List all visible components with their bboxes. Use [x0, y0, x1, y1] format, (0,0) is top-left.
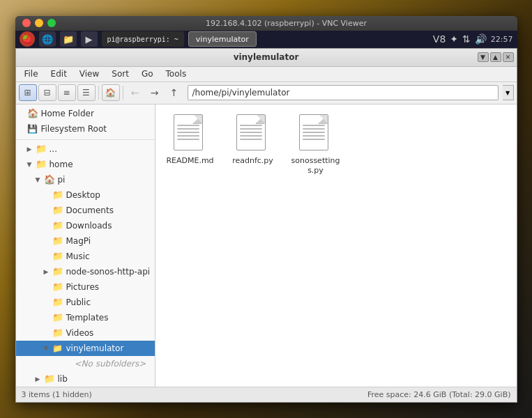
sidebar-tree-downloads[interactable]: 📁 Downloads [16, 218, 155, 233]
view-detail-button[interactable]: ☰ [77, 84, 96, 101]
sidebar-vinylemulator-label: vinylemulator [66, 343, 124, 353]
line3 [303, 132, 325, 133]
file-name-readnfc: readnfc.py [232, 156, 273, 166]
menu-file[interactable]: File [19, 68, 44, 80]
sidebar-magpi-label: MagPi [66, 236, 91, 246]
sidebar-tree-dots[interactable]: ▶ 📁 ... [16, 141, 155, 157]
address-bar[interactable]: /home/pi/vinylemulator [188, 85, 499, 100]
sidebar-tree-vinylemulator[interactable]: ▼ 📁 vinylemulator [16, 341, 155, 356]
sidebar-tree-music[interactable]: 📁 Music [16, 249, 155, 264]
file-name-sonossettings: sonossettings.py [291, 156, 341, 176]
folder-icon-node-sonos: 📁 [52, 266, 63, 277]
fm-maximize-button[interactable]: ▲ [490, 52, 501, 62]
folder-icon-dots: 📁 [36, 144, 47, 155]
app-label: vinylemulator [196, 35, 249, 44]
sidebar-item-home-folder[interactable]: 🏠 Home Folder [16, 106, 155, 121]
sidebar-bookmarks: 🏠 Home Folder 💾 Filesystem Root [16, 104, 155, 138]
back-button[interactable]: ← [126, 84, 144, 101]
sidebar-tree-node-sonos[interactable]: ▶ 📁 node-sonos-http-api [16, 264, 155, 279]
sidebar-fs-label: Filesystem Root [41, 124, 107, 134]
sidebar-tree-pi[interactable]: ▼ 🏠 pi [16, 172, 155, 187]
folder-icon-documents: 📁 [52, 205, 63, 216]
app-window-button[interactable]: vinylemulator [188, 31, 257, 47]
tree-arrow-pi: ▼ [36, 176, 43, 183]
statusbar-freespace: Free space: 24.6 GiB (Total: 29.0 GiB) [367, 390, 511, 399]
sidebar-videos-label: Videos [66, 328, 94, 338]
terminal-window-button[interactable]: pi@raspberrypi: ~ [102, 31, 184, 47]
sidebar-documents-label: Documents [66, 206, 114, 215]
tree-arrow-dots: ▶ [27, 146, 34, 153]
forward-button[interactable]: → [146, 84, 164, 101]
fm-files: README.md [155, 104, 517, 387]
fm-menubar: File Edit View Sort Go Tools [16, 67, 517, 82]
file-icon-readnfc [236, 114, 270, 153]
folder-button[interactable]: 📁 [60, 31, 77, 47]
fm-minimize-button[interactable]: ▼ [478, 52, 489, 62]
menu-view[interactable]: View [74, 68, 105, 80]
maximize-button[interactable] [47, 19, 56, 27]
view-compact-button[interactable]: ⊟ [38, 84, 56, 101]
folder-icon-pictures: 📁 [52, 281, 63, 293]
up-button[interactable]: ↑ [165, 84, 183, 101]
sidebar-tree-home[interactable]: ▼ 📁 home [16, 157, 155, 172]
sidebar-tree-public[interactable]: 📁 Public [16, 295, 155, 310]
sidebar-tree-magpi[interactable]: 📁 MagPi [16, 233, 155, 249]
terminal-label: pi@raspberrypi: ~ [107, 36, 178, 43]
sidebar-divider [16, 139, 155, 140]
line1 [177, 125, 199, 126]
line2 [303, 128, 325, 130]
sidebar-tree-no-subfolders: <No subfolders> [16, 356, 155, 371]
folder-icon-home: 📁 [36, 159, 47, 170]
tree-arrow-home: ▼ [27, 161, 34, 168]
sidebar-downloads-label: Downloads [66, 221, 112, 231]
sidebar-tree-desktop[interactable]: 📁 Desktop [16, 187, 155, 203]
raspberry-menu-button[interactable]: 🍓 [20, 31, 35, 47]
menu-edit[interactable]: Edit [45, 68, 73, 80]
line5 [177, 139, 199, 140]
minimize-button[interactable] [35, 19, 43, 27]
browser-button[interactable]: 🌐 [39, 31, 56, 47]
file-readnfc[interactable]: readnfc.py [225, 111, 281, 179]
sidebar-tree-lib[interactable]: ▶ 📁 lib [16, 371, 155, 387]
file-sonossettings[interactable]: sonossettings.py [288, 111, 344, 179]
sidebar-lib-label: lib [58, 374, 68, 384]
sidebar-home-tree-label: home [50, 160, 73, 169]
file-page-sonossettings [299, 114, 328, 150]
line2 [177, 128, 199, 130]
statusbar-items: 3 items (1 hidden) [22, 390, 92, 399]
fm-close-button[interactable]: ✕ [503, 52, 514, 62]
view-list-button[interactable]: ≡ [58, 84, 76, 101]
terminal-button[interactable]: ▶ [81, 31, 98, 47]
fm-sidebar: 🏠 Home Folder 💾 Filesystem Root ▶ 📁 ... [16, 104, 155, 387]
folder-icon-desktop: 📁 [52, 189, 63, 201]
show-hidden-button[interactable]: 🏠 [102, 84, 120, 101]
sidebar-tree-templates[interactable]: 📁 Templates [16, 310, 155, 325]
menu-sort[interactable]: Sort [106, 68, 135, 80]
sidebar-item-filesystem-root[interactable]: 💾 Filesystem Root [16, 121, 155, 137]
filesystem-icon: 💾 [27, 123, 38, 134]
no-subfolders-icon [61, 358, 72, 369]
file-name-readme: README.md [166, 156, 213, 166]
view-icons-button[interactable]: ⊞ [19, 84, 37, 101]
address-dropdown[interactable]: ▼ [503, 85, 514, 100]
file-lines-readnfc [240, 125, 262, 142]
sidebar-tree-documents[interactable]: 📁 Documents [16, 203, 155, 218]
tree-arrow-node-sonos: ▶ [44, 268, 51, 275]
vnc-title: 192.168.4.102 (raspberrypi) - VNC Viewer [63, 19, 510, 28]
file-icon-sonossettings [299, 114, 333, 153]
sidebar-pi-label: pi [58, 175, 66, 185]
bluetooth-icon: V8 [433, 33, 446, 45]
menu-go[interactable]: Go [136, 68, 159, 80]
menu-tools[interactable]: Tools [160, 68, 192, 80]
sidebar-dots-label: ... [50, 144, 57, 154]
sidebar-node-sonos-label: node-sonos-http-api [66, 267, 151, 277]
file-readme[interactable]: README.md [162, 111, 218, 179]
taskbar-right: V8 ✦ ⇅ 🔊 22:57 [433, 33, 513, 45]
taskbar: 🍓 🌐 📁 ▶ pi@raspberrypi: ~ vinylemulator … [15, 31, 517, 48]
fm-statusbar: 3 items (1 hidden) Free space: 24.6 GiB … [16, 387, 517, 402]
sidebar-tree-videos[interactable]: 📁 Videos [16, 325, 155, 341]
clock: 22:57 [491, 35, 513, 44]
close-button[interactable] [22, 19, 31, 27]
address-text: /home/pi/vinylemulator [192, 88, 290, 98]
sidebar-tree-pictures[interactable]: 📁 Pictures [16, 279, 155, 295]
